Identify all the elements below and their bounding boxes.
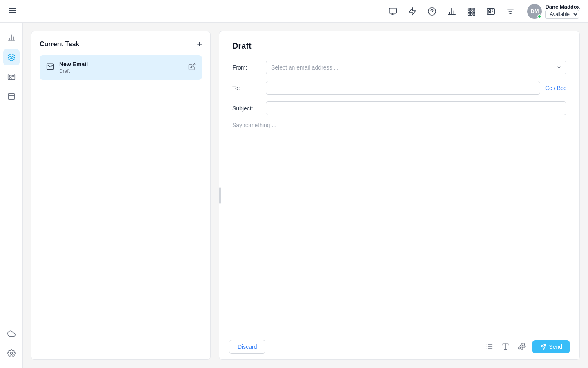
status-select[interactable]: Available Busy Away Offline	[545, 10, 579, 19]
svg-point-7	[428, 7, 436, 15]
svg-rect-14	[471, 8, 473, 10]
top-navigation: DM Dane Maddox Available Busy Away Offli…	[0, 0, 588, 23]
panel-title: Current Task	[40, 40, 80, 48]
svg-marker-6	[409, 7, 416, 15]
svg-rect-3	[389, 8, 396, 13]
text-format-icon[interactable]	[500, 341, 511, 352]
to-input[interactable]	[266, 81, 540, 95]
from-dropdown[interactable]: Select an email address ...	[266, 61, 566, 74]
svg-point-38	[10, 352, 12, 355]
contact-icon[interactable]	[485, 5, 497, 18]
help-icon[interactable]	[426, 5, 438, 18]
sidebar-item-settings[interactable]	[3, 345, 20, 361]
subject-input[interactable]	[266, 101, 566, 115]
hamburger-icon[interactable]	[8, 6, 16, 16]
task-card-action-icon[interactable]	[188, 63, 196, 72]
draft-title: Draft	[232, 41, 566, 51]
cc-bcc-link[interactable]: Cc / Bcc	[545, 85, 566, 91]
sidebar-item-cloud[interactable]	[3, 325, 20, 342]
hamburger-menu[interactable]	[8, 6, 16, 16]
from-label: From:	[232, 64, 261, 71]
monitor-icon[interactable]	[387, 5, 399, 18]
lightning-icon[interactable]	[406, 5, 419, 18]
right-panel-body: Draft From: Select an email address ...	[219, 31, 579, 334]
sidebar	[0, 23, 23, 368]
resize-handle[interactable]	[219, 187, 221, 204]
subject-row: Subject:	[232, 101, 566, 115]
to-label: To:	[232, 85, 261, 91]
list-icon[interactable]	[483, 341, 495, 352]
email-icon	[46, 63, 54, 72]
svg-rect-21	[473, 13, 475, 15]
grid-icon[interactable]	[465, 5, 477, 18]
user-name: Dane Maddox	[545, 4, 580, 10]
chart-icon[interactable]	[445, 5, 458, 18]
svg-point-33	[9, 75, 11, 77]
user-info: Dane Maddox Available Busy Away Offline	[545, 4, 580, 19]
body-placeholder[interactable]: Say something ...	[232, 122, 566, 245]
avatar: DM	[527, 4, 542, 19]
user-menu[interactable]: DM Dane Maddox Available Busy Away Offli…	[527, 4, 580, 19]
subject-label: Subject:	[232, 105, 261, 112]
svg-rect-19	[468, 13, 470, 15]
svg-rect-17	[471, 11, 473, 13]
task-card-content: New Email Draft	[59, 61, 183, 74]
from-dropdown-text: Select an email address ...	[266, 61, 552, 74]
from-dropdown-chevron[interactable]	[552, 61, 566, 74]
svg-marker-31	[8, 54, 15, 57]
discard-button[interactable]: Discard	[229, 340, 265, 354]
task-card[interactable]: New Email Draft	[40, 55, 202, 80]
sidebar-item-analytics[interactable]	[3, 29, 20, 46]
content-area: Current Task + New Email Draft	[23, 23, 588, 368]
footer-tools: Send	[483, 340, 570, 353]
status-dot	[537, 14, 541, 18]
add-task-button[interactable]: +	[197, 40, 202, 49]
send-label: Send	[549, 343, 562, 350]
svg-rect-13	[468, 8, 470, 10]
user-status[interactable]: Available Busy Away Offline	[545, 10, 580, 19]
panel-header: Current Task +	[40, 40, 202, 49]
right-panel-footer: Discard	[219, 334, 579, 359]
svg-rect-20	[471, 13, 473, 15]
svg-rect-15	[473, 8, 475, 10]
svg-point-23	[489, 9, 491, 12]
main-layout: Current Task + New Email Draft	[0, 23, 588, 368]
send-button[interactable]: Send	[532, 340, 570, 353]
right-panel: Draft From: Select an email address ...	[219, 31, 580, 360]
filter-icon[interactable]	[504, 5, 517, 18]
from-field: Select an email address ...	[266, 61, 566, 74]
svg-rect-36	[8, 94, 14, 100]
topnav-icons: DM Dane Maddox Available Busy Away Offli…	[387, 4, 580, 19]
task-card-title: New Email	[59, 61, 183, 67]
sidebar-item-contacts[interactable]	[3, 69, 20, 85]
task-card-subtitle: Draft	[59, 68, 183, 74]
svg-rect-16	[468, 11, 470, 13]
left-panel: Current Task + New Email Draft	[31, 31, 211, 360]
sidebar-item-inbox[interactable]	[3, 88, 20, 105]
attachment-icon[interactable]	[516, 341, 528, 352]
to-row: To: Cc / Bcc	[232, 81, 566, 95]
from-row: From: Select an email address ...	[232, 61, 566, 74]
svg-rect-18	[473, 11, 475, 13]
sidebar-item-layers[interactable]	[3, 49, 20, 65]
